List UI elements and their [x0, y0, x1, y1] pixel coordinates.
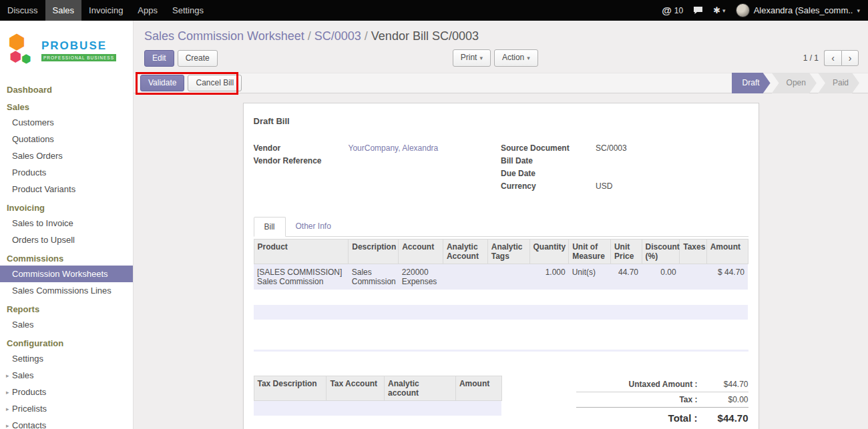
breadcrumb-worksheet-link[interactable]: Sales Commission Worksheet — [144, 29, 304, 43]
col-unit-of-measure: Unit of Measure — [569, 240, 611, 264]
col-description: Description — [349, 240, 399, 264]
expand-icon: ▸ — [6, 406, 12, 412]
sidebar-item-config-contacts[interactable]: ▸Contacts — [0, 417, 133, 429]
col-unit-price: Unit Price — [610, 240, 642, 264]
cell-taxes — [680, 264, 706, 290]
breadcrumb-sc0003-link[interactable]: SC/0003 — [314, 29, 361, 43]
col-tax-amount: Amount — [455, 376, 501, 401]
sidebar-section-reports: Reports — [0, 299, 133, 316]
main-content: Sales Commission Worksheet/SC/0003/Vendo… — [134, 21, 868, 429]
due-date-label: Due Date — [501, 169, 596, 181]
validate-button[interactable]: Validate — [140, 75, 184, 91]
sidebar-item-customers[interactable]: Customers — [0, 114, 133, 131]
sidebar-section-commissions: Commissions — [0, 248, 133, 266]
bill-date-value — [596, 156, 748, 169]
edit-button[interactable]: Edit — [144, 50, 174, 67]
sidebar-item-commission-worksheets[interactable]: Commission Worksheets — [0, 266, 133, 282]
create-button[interactable]: Create — [178, 50, 218, 67]
total-value: $44.70 — [707, 412, 748, 424]
sidebar-item-config-pricelists[interactable]: ▸Pricelists — [0, 400, 133, 417]
total-row: Total : $44.70 — [576, 408, 748, 426]
invoice-line-row[interactable]: [SALES COMMISSION] Sales Commission Sale… — [254, 264, 748, 290]
top-navbar: Discuss Sales Invoicing Apps Settings @ … — [0, 0, 868, 21]
sidebar-item-sales-commissions-lines[interactable]: Sales Commissions Lines — [0, 282, 133, 299]
sidebar-item-config-settings[interactable]: Settings — [0, 350, 133, 367]
vendor-value[interactable]: YourCompany, Alexandra — [349, 143, 501, 156]
col-account: Account — [399, 240, 443, 264]
sidebar-section-sales: Sales — [0, 97, 133, 114]
mention-counter[interactable]: @ 10 — [662, 5, 683, 16]
breadcrumb-separator: / — [361, 29, 371, 43]
cell-discount: 0.00 — [642, 264, 680, 290]
tab-bill[interactable]: Bill — [254, 217, 286, 237]
invoice-lines-table: Product Description Account Analytic Acc… — [254, 239, 748, 335]
chevron-right-icon: › — [849, 53, 852, 63]
action-dropdown-button[interactable]: Action▾ — [494, 49, 538, 67]
sidebar-item-config-products[interactable]: ▸Products — [0, 384, 133, 400]
user-menu[interactable]: Alexandra (Sales_comm.. ▾ — [736, 3, 860, 17]
expand-icon: ▸ — [6, 389, 12, 396]
tab-other-info[interactable]: Other Info — [286, 217, 341, 236]
totals-block: Untaxed Amount : $44.70 Tax : $0.00 Tota… — [576, 376, 748, 429]
empty-row-sliver — [254, 350, 748, 352]
status-paid[interactable]: Paid — [818, 73, 859, 93]
breadcrumb-separator: / — [304, 29, 314, 43]
cell-analytic-account — [443, 264, 487, 290]
sidebar-item-orders-to-upsell[interactable]: Orders to Upsell — [0, 232, 133, 248]
breadcrumb-current: Vendor Bill SC/0003 — [371, 29, 479, 43]
top-menu-apps[interactable]: Apps — [130, 0, 165, 21]
status-bar: Validate Cancel Bill Draft Open Paid — [134, 73, 868, 93]
chat-icon[interactable] — [693, 6, 703, 15]
cell-description: Sales Commission — [349, 264, 399, 290]
sidebar-item-reports-sales[interactable]: Sales — [0, 316, 133, 333]
sidebar-item-sales-orders[interactable]: Sales Orders — [0, 147, 133, 164]
debug-icon: ✱ — [713, 5, 720, 15]
sidebar-item-quotations[interactable]: Quotations — [0, 131, 133, 147]
currency-label: Currency — [501, 181, 596, 194]
status-draft[interactable]: Draft — [732, 73, 771, 93]
col-quantity: Quantity — [529, 240, 569, 264]
empty-row — [254, 305, 748, 320]
sidebar-item-dashboard[interactable]: Dashboard — [0, 79, 133, 97]
col-discount: Discount (%) — [642, 240, 680, 264]
mention-icon: @ — [662, 5, 672, 16]
sidebar-item-config-sales[interactable]: ▸Sales — [0, 367, 133, 384]
col-product: Product — [254, 240, 349, 264]
top-menu-invoicing[interactable]: Invoicing — [81, 0, 130, 21]
debug-menu[interactable]: ✱ ▾ — [713, 5, 725, 15]
sidebar-item-sales-to-invoice[interactable]: Sales to Invoice — [0, 215, 133, 232]
cell-product: [SALES COMMISSION] Sales Commission — [254, 264, 349, 290]
cell-quantity: 1.000 — [529, 264, 569, 290]
topbar-right-tools: @ 10 ✱ ▾ Alexandra (Sales_comm.. ▾ — [662, 0, 868, 21]
top-menu-sales[interactable]: Sales — [45, 0, 82, 21]
untaxed-amount-value: $44.70 — [707, 380, 748, 389]
chevron-down-icon: ▾ — [479, 55, 483, 61]
cancel-bill-button[interactable]: Cancel Bill — [188, 75, 242, 91]
col-amount: Amount — [706, 240, 748, 264]
cell-unit-of-measure: Unit(s) — [569, 264, 611, 290]
empty-row — [254, 290, 748, 305]
sidebar-item-product-variants[interactable]: Product Variants — [0, 181, 133, 197]
due-date-value — [596, 169, 748, 181]
pager-next-button[interactable]: › — [841, 50, 859, 66]
source-document-label: Source Document — [501, 143, 596, 156]
cell-unit-price: 44.70 — [610, 264, 642, 290]
print-dropdown-button[interactable]: Print▾ — [453, 49, 491, 67]
cell-account: 220000 Expenses — [399, 264, 443, 290]
chevron-left-icon: ‹ — [831, 53, 835, 63]
tax-header-row: Tax Description Tax Account Analytic acc… — [254, 376, 501, 401]
pager-value: 1 / 1 — [803, 53, 819, 63]
currency-value: USD — [596, 181, 748, 194]
user-name: Alexandra (Sales_comm.. — [754, 5, 853, 15]
tax-value: $0.00 — [707, 395, 748, 404]
empty-row — [254, 416, 501, 429]
pager-previous-button[interactable]: ‹ — [824, 50, 841, 66]
cell-analytic-tags — [487, 264, 529, 290]
chevron-down-icon: ▾ — [722, 7, 726, 14]
top-menu-discuss[interactable]: Discuss — [0, 0, 45, 21]
notebook-tabs: Bill Other Info — [254, 217, 748, 237]
status-open[interactable]: Open — [772, 73, 817, 93]
sidebar-item-products[interactable]: Products — [0, 164, 133, 181]
top-menu-settings[interactable]: Settings — [165, 0, 211, 21]
hexagon-icon: ⬢ — [9, 49, 21, 63]
